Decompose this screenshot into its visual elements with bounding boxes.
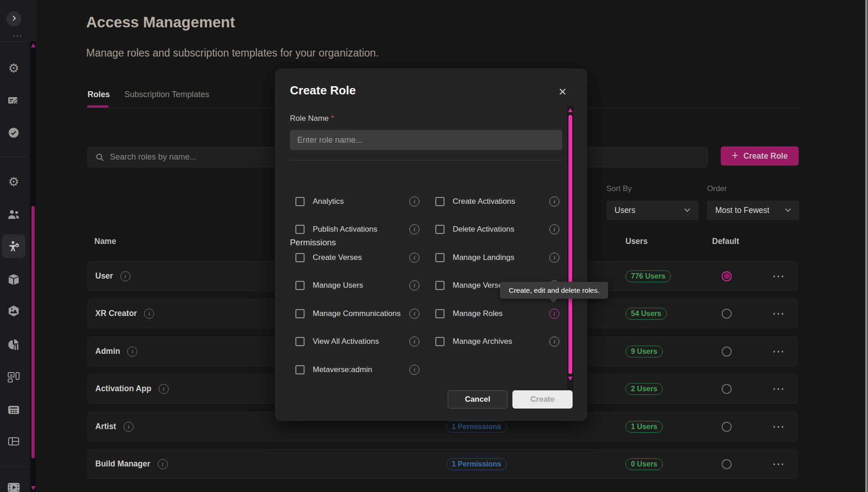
close-icon[interactable]: ✕ xyxy=(556,86,569,98)
checkbox[interactable] xyxy=(435,225,444,234)
permission-label: Manage Archives xyxy=(453,337,512,346)
info-icon[interactable]: i xyxy=(120,271,130,281)
row-menu-icon[interactable]: ⋯ xyxy=(763,309,795,318)
sidebar-item-check[interactable] xyxy=(0,127,27,140)
info-icon[interactable]: i xyxy=(409,280,419,290)
permissions-badge: 1 Permissions xyxy=(446,421,507,433)
checkbox[interactable] xyxy=(435,309,444,318)
check-circle-icon xyxy=(8,127,20,140)
sidebar-item-access-management-active[interactable] xyxy=(0,240,27,255)
sidebar-item-settings[interactable]: ⚙ xyxy=(0,62,27,75)
role-name: Artist xyxy=(95,422,116,431)
modal-scroll-up-arrow-icon[interactable] xyxy=(568,108,573,112)
sidebar-item-card-edit[interactable] xyxy=(0,95,27,108)
row-menu-icon[interactable]: ⋯ xyxy=(763,347,795,356)
modal-scroll-down-arrow-icon[interactable] xyxy=(568,377,573,381)
sidebar-item-layouts[interactable] xyxy=(0,371,27,385)
info-icon[interactable]: i xyxy=(409,253,419,263)
row-menu-icon[interactable]: ⋯ xyxy=(763,384,795,394)
checkbox[interactable] xyxy=(295,365,305,374)
checkbox[interactable] xyxy=(435,281,444,290)
sidebar-divider xyxy=(0,466,28,467)
sidebar-item-video[interactable] xyxy=(0,482,27,492)
cancel-button[interactable]: Cancel xyxy=(448,390,507,409)
sidebar-scrollbar-thumb[interactable] xyxy=(31,206,35,458)
info-icon-hovered[interactable]: i xyxy=(549,309,559,319)
default-radio[interactable] xyxy=(722,422,732,432)
row-menu-icon[interactable]: ⋯ xyxy=(763,422,795,431)
permissions-heading: Permissions xyxy=(290,238,336,248)
info-icon[interactable]: i xyxy=(409,197,419,207)
info-icon[interactable]: i xyxy=(144,309,154,319)
page-scrollbar[interactable] xyxy=(865,0,868,492)
checkbox[interactable] xyxy=(295,225,305,234)
tab-roles[interactable]: Roles xyxy=(88,90,110,99)
checkbox[interactable] xyxy=(295,309,305,318)
sidebar-item-media-library[interactable] xyxy=(0,305,27,319)
checkbox[interactable] xyxy=(435,197,444,206)
sidebar-expand-button[interactable] xyxy=(6,11,21,26)
role-name: Admin xyxy=(95,347,120,356)
info-icon[interactable]: i xyxy=(409,309,419,319)
info-icon[interactable]: i xyxy=(124,422,134,432)
sidebar-item-settings-2[interactable]: ⚙ xyxy=(0,176,27,188)
access-management-screen: ⋯ ⚙ ⚙ xyxy=(0,0,868,492)
checkbox[interactable] xyxy=(295,281,305,290)
info-icon[interactable]: i xyxy=(409,365,419,375)
sidebar-overflow-dots: ⋯ xyxy=(13,30,22,39)
info-icon[interactable]: i xyxy=(127,347,137,357)
order-select[interactable]: Most to Fewest xyxy=(707,201,799,220)
permission-label: Manage Verses xyxy=(453,281,506,290)
info-icon[interactable]: i xyxy=(409,224,419,234)
info-icon[interactable]: i xyxy=(549,253,559,263)
default-radio[interactable] xyxy=(722,347,732,357)
layout-icon xyxy=(7,371,20,385)
users-badge: 54 Users xyxy=(625,308,667,320)
default-radio[interactable] xyxy=(722,459,732,469)
permission-view-all-activations: View All Activations xyxy=(295,335,379,348)
info-icon[interactable]: i xyxy=(549,197,559,207)
sidebar-scroll-down-arrow-icon[interactable] xyxy=(31,486,36,490)
info-icon[interactable]: i xyxy=(159,384,169,394)
default-radio[interactable] xyxy=(722,384,732,394)
permission-create-activations: Create Activations xyxy=(435,195,515,208)
users-badge: 776 Users xyxy=(625,270,671,282)
modal-scrollbar-thumb[interactable] xyxy=(568,115,572,374)
users-badge: 0 Users xyxy=(625,458,663,470)
checkbox[interactable] xyxy=(295,197,305,206)
sidebar-scroll-up-arrow-icon[interactable] xyxy=(31,43,36,47)
checkbox[interactable] xyxy=(295,337,305,346)
permission-delete-activations: Delete Activations xyxy=(435,223,514,236)
checkbox[interactable] xyxy=(435,253,444,262)
tab-subscription-templates[interactable]: Subscription Templates xyxy=(124,90,209,99)
permission-manage-archives: Manage Archives xyxy=(435,335,512,348)
table-row-build-manager[interactable]: Build Manager i 1 Permissions 0 Users ⋯ xyxy=(88,449,798,479)
row-menu-icon[interactable]: ⋯ xyxy=(763,272,795,281)
create-role-button-label: Create Role xyxy=(744,151,788,161)
permission-label: Manage Landings xyxy=(453,253,514,262)
info-icon[interactable]: i xyxy=(158,459,168,469)
default-radio[interactable] xyxy=(722,309,732,319)
chevron-down-icon xyxy=(684,206,690,212)
sidebar-item-users[interactable] xyxy=(0,209,27,222)
row-menu-icon[interactable]: ⋯ xyxy=(763,460,795,469)
role-name-input[interactable] xyxy=(290,130,562,150)
sidebar-divider xyxy=(0,156,28,157)
create-role-button[interactable]: + Create Role xyxy=(721,146,799,166)
default-radio-selected[interactable] xyxy=(722,271,732,281)
sidebar-item-panels[interactable] xyxy=(0,436,27,449)
sidebar-item-analytics[interactable] xyxy=(0,339,27,352)
sort-by-select[interactable]: Users xyxy=(606,201,698,220)
order-value: Most to Fewest xyxy=(715,206,770,215)
permission-manage-roles: Manage Roles xyxy=(435,307,503,321)
checkbox[interactable] xyxy=(295,253,305,262)
sidebar-item-packages[interactable] xyxy=(0,274,27,287)
sidebar-item-keypad[interactable] xyxy=(0,404,27,417)
info-icon[interactable]: i xyxy=(549,337,559,347)
users-badge: 1 Users xyxy=(625,421,663,433)
info-icon[interactable]: i xyxy=(549,224,559,234)
checkbox[interactable] xyxy=(435,337,444,346)
permission-label: Delete Activations xyxy=(453,225,514,234)
info-icon[interactable]: i xyxy=(409,337,419,347)
create-button-disabled[interactable]: Create xyxy=(512,390,573,409)
